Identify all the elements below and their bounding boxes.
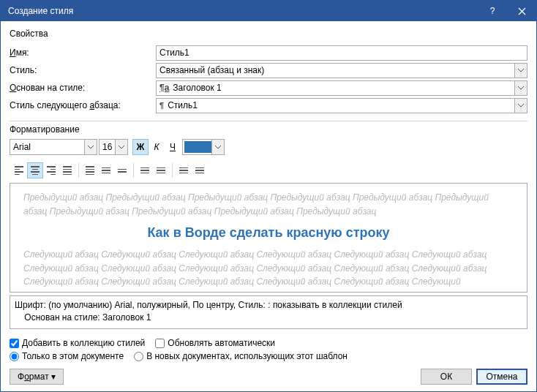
align-left-button[interactable] <box>11 162 27 178</box>
align-right-button[interactable] <box>43 162 59 178</box>
paragraph-icon: ¶a <box>159 83 169 93</box>
chevron-down-icon <box>514 64 527 78</box>
close-button[interactable] <box>507 1 536 21</box>
preview-pane: Предыдущий абзац Предыдущий абзац Предыд… <box>10 183 527 293</box>
window-title: Создание стиля <box>8 6 478 16</box>
format-toolbar: Arial 16 Ж К Ч <box>10 139 527 155</box>
separator <box>78 163 79 178</box>
indent-inc-button[interactable] <box>192 162 208 178</box>
desc-line-2: Основан на стиле: Заголовок 1 <box>15 312 522 324</box>
italic-button[interactable]: К <box>149 139 165 155</box>
chevron-down-icon <box>115 140 127 154</box>
ok-button[interactable]: ОК <box>421 369 472 385</box>
props-fieldset: Имя: Стиль1 Стиль: Связанный (абзац и зн… <box>10 43 527 115</box>
style-dropdown[interactable]: Связанный (абзац и знак) <box>156 63 527 78</box>
name-label: Имя: <box>10 48 156 58</box>
separator <box>172 163 173 178</box>
close-icon <box>518 7 526 15</box>
divider <box>10 121 527 121</box>
preview-prev-text: Предыдущий абзац Предыдущий абзац Предыд… <box>23 191 514 218</box>
paragraph-icon: ¶ <box>159 101 164 110</box>
in-new-radio[interactable]: В новых документах, использующих этот ша… <box>134 351 348 361</box>
chevron-down-icon <box>211 140 224 154</box>
based-dropdown[interactable]: ¶a Заголовок 1 <box>156 80 527 96</box>
cancel-button[interactable]: Отмена <box>476 369 527 385</box>
footer: Формат ▾ ОК Отмена <box>10 369 527 385</box>
size-combo[interactable]: 16 <box>99 139 128 155</box>
description-box: Шрифт: (по умолчанию) Arial, полужирный,… <box>10 295 527 329</box>
chevron-down-icon <box>84 140 97 154</box>
paragraph-toolbar <box>10 159 527 183</box>
add-collection-checkbox[interactable]: Добавить в коллекцию стилей <box>10 338 145 348</box>
props-group-label: Свойства <box>10 29 527 39</box>
underline-button[interactable]: Ч <box>165 139 181 155</box>
next-label: Стиль следующего абзаца: <box>10 100 156 110</box>
space-before-dec-button[interactable] <box>153 162 169 178</box>
line-spacing-1-button[interactable] <box>82 162 98 178</box>
space-before-inc-button[interactable] <box>137 162 153 178</box>
line-spacing-15-button[interactable] <box>98 162 114 178</box>
based-label: Основан на стиле: <box>10 83 156 93</box>
color-swatch-fill <box>184 141 212 153</box>
preview-next-text: Следующий абзац Следующий абзац Следующи… <box>23 248 514 289</box>
font-combo[interactable]: Arial <box>10 139 97 155</box>
style-label: Стиль: <box>10 65 156 75</box>
next-dropdown[interactable]: ¶ Стиль1 <box>156 98 527 113</box>
color-picker[interactable] <box>182 139 225 155</box>
auto-update-checkbox[interactable]: Обновлять автоматически <box>155 338 275 348</box>
align-justify-button[interactable] <box>59 162 75 178</box>
options: Добавить в коллекцию стилей Обновлять ав… <box>10 338 527 361</box>
help-button[interactable]: ? <box>478 1 507 21</box>
bold-button[interactable]: Ж <box>132 139 149 155</box>
align-center-button[interactable] <box>27 162 43 178</box>
separator <box>133 163 134 178</box>
format-group-label: Форматирование <box>10 124 527 135</box>
chevron-down-icon <box>514 99 527 113</box>
only-doc-radio[interactable]: Только в этом документе <box>10 351 124 361</box>
indent-dec-button[interactable] <box>176 162 192 178</box>
line-spacing-2-button[interactable] <box>114 162 130 178</box>
titlebar: Создание стиля ? <box>1 1 536 21</box>
preview-sample: Как в Ворде сделать красную строку <box>23 225 514 241</box>
desc-line-1: Шрифт: (по умолчанию) Arial, полужирный,… <box>15 299 522 312</box>
chevron-down-icon <box>514 81 527 95</box>
format-button[interactable]: Формат ▾ <box>10 369 64 385</box>
name-input[interactable]: Стиль1 <box>156 45 527 61</box>
